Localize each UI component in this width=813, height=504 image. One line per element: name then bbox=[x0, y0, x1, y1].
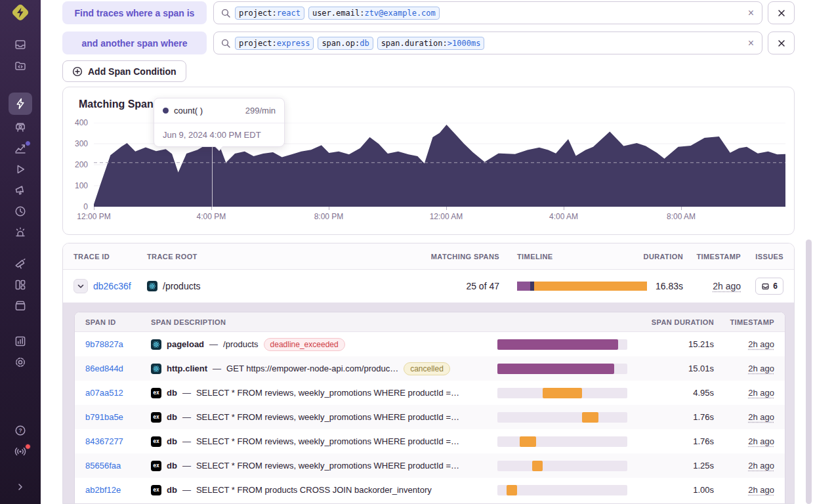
filter-token[interactable]: user.email:ztv@example.com bbox=[308, 7, 440, 20]
trace-results-table: TRACE ID TRACE ROOT MATCHING SPANS TIMEL… bbox=[62, 243, 795, 504]
clear-search-icon[interactable]: × bbox=[747, 38, 755, 49]
add-span-condition-label: Add Span Condition bbox=[88, 66, 177, 77]
x-tick-label: 8:00 PM bbox=[302, 212, 355, 221]
span-timestamp[interactable]: 2h ago bbox=[748, 485, 774, 495]
col-span-timestamp: TIMESTAMP bbox=[714, 318, 774, 326]
span-id-link[interactable]: ab2bf12e bbox=[85, 485, 121, 495]
y-tick-label: 300 bbox=[63, 139, 88, 148]
sidebar-item-feedback[interactable] bbox=[9, 180, 32, 200]
separator: — bbox=[182, 388, 191, 398]
sidebar-item-releases[interactable] bbox=[9, 117, 32, 137]
code-folder-icon bbox=[14, 59, 27, 72]
trace-id-link[interactable]: db26c36f bbox=[93, 281, 131, 291]
span-row[interactable]: b791ba5e ex db — SELECT * FROM reviews, … bbox=[75, 405, 785, 429]
trace-issues-button[interactable]: 6 bbox=[755, 278, 783, 295]
span-description: SELECT * FROM products CROSS JOIN backor… bbox=[196, 485, 432, 495]
span-row[interactable]: 9b78827a pageload — /products deadline_e… bbox=[75, 332, 785, 356]
col-span-duration: SPAN DURATION bbox=[629, 318, 714, 326]
trace-timestamp[interactable]: 2h ago bbox=[713, 281, 741, 291]
timeline-segment bbox=[517, 282, 530, 291]
add-span-condition-button[interactable]: Add Span Condition bbox=[62, 60, 186, 82]
filter-token[interactable]: span.duration:>1000ms bbox=[377, 37, 485, 50]
inbox-icon bbox=[761, 282, 770, 291]
span-description: GET https://empower-node-api.com/produc… bbox=[226, 364, 398, 373]
search-input-1[interactable]: project:reactuser.email:ztv@example.com … bbox=[213, 1, 762, 24]
sidebar-item-collections[interactable] bbox=[9, 296, 32, 316]
clear-search-icon[interactable]: × bbox=[747, 8, 755, 18]
span-id-link[interactable]: 85656faa bbox=[85, 461, 121, 471]
span-row[interactable]: 84367277 ex db — SELECT * FROM reviews, … bbox=[75, 429, 785, 453]
span-duration-bar bbox=[497, 485, 627, 495]
span-row[interactable]: ab2bf12e ex db — SELECT * FROM products … bbox=[75, 478, 785, 502]
remove-condition-button[interactable] bbox=[768, 32, 795, 54]
span-duration-value: 1.76s bbox=[629, 436, 714, 446]
span-id-link[interactable]: a07aa512 bbox=[85, 388, 123, 398]
clock-history-icon bbox=[14, 205, 27, 218]
lightning-icon bbox=[14, 97, 27, 110]
express-project-icon: ex bbox=[151, 388, 161, 398]
sentry-logo[interactable] bbox=[9, 1, 31, 24]
span-timestamp[interactable]: 2h ago bbox=[748, 388, 774, 398]
sidebar-item-discover[interactable] bbox=[9, 254, 32, 274]
x-tick-label: 12:00 AM bbox=[420, 212, 472, 221]
trace-timeline-bar[interactable] bbox=[517, 282, 647, 291]
x-tick-label: 4:00 AM bbox=[537, 212, 590, 221]
y-tick-label: 0 bbox=[63, 202, 88, 211]
sidebar-item-dashboards[interactable] bbox=[9, 275, 32, 295]
separator: — bbox=[182, 412, 191, 422]
x-tick-mark bbox=[564, 207, 564, 210]
sidebar-item-replays[interactable] bbox=[9, 159, 32, 179]
sidebar-item-stats[interactable] bbox=[9, 331, 32, 351]
sidebar-item-projects[interactable] bbox=[9, 56, 32, 75]
sidebar-item-traces[interactable] bbox=[9, 93, 32, 115]
search-icon bbox=[220, 38, 231, 49]
span-id-link[interactable]: b791ba5e bbox=[85, 412, 123, 422]
trace-row[interactable]: db26c36f /products 25 of 47 16.83s 2h ag… bbox=[63, 270, 794, 303]
span-timestamp[interactable]: 2h ago bbox=[748, 339, 774, 349]
sidebar: ? bbox=[0, 0, 41, 504]
bar-stats-icon bbox=[14, 335, 27, 348]
sidebar-item-issues[interactable] bbox=[9, 35, 32, 54]
x-tick-label: 12:00 PM bbox=[68, 212, 120, 221]
span-timestamp[interactable]: 2h ago bbox=[748, 461, 774, 471]
inbox-icon bbox=[14, 38, 27, 51]
collapse-trace-button[interactable] bbox=[73, 279, 88, 293]
chevron-right-icon bbox=[15, 482, 26, 492]
span-description: SELECT * FROM reviews, weekly_promotions… bbox=[196, 388, 459, 398]
span-timestamp[interactable]: 2h ago bbox=[748, 412, 774, 422]
search-icon bbox=[220, 8, 231, 18]
x-tick-mark bbox=[211, 207, 212, 210]
trace-root-label: /products bbox=[163, 281, 201, 291]
span-id-link[interactable]: 84367277 bbox=[85, 436, 123, 446]
filter-token[interactable]: project:express bbox=[235, 37, 314, 50]
sidebar-item-broadcast[interactable] bbox=[9, 442, 32, 461]
sidebar-item-alerts[interactable] bbox=[9, 222, 32, 242]
span-row[interactable]: a07aa512 ex db — SELECT * FROM reviews, … bbox=[75, 381, 785, 405]
span-row[interactable]: 85656faa ex db — SELECT * FROM reviews, … bbox=[75, 453, 785, 478]
span-timestamp[interactable]: 2h ago bbox=[748, 364, 774, 373]
y-tick-label: 400 bbox=[63, 118, 88, 127]
scrollbar-thumb[interactable] bbox=[806, 240, 812, 504]
express-project-icon: ex bbox=[151, 485, 161, 495]
sidebar-item-insights[interactable] bbox=[9, 138, 32, 158]
close-icon bbox=[777, 9, 786, 18]
filter-token[interactable]: project:react bbox=[235, 7, 304, 20]
search-input-2[interactable]: project:expressspan.op:dbspan.duration:>… bbox=[213, 32, 762, 54]
separator: — bbox=[213, 364, 221, 373]
sidebar-item-help[interactable]: ? bbox=[9, 421, 32, 440]
span-timestamp[interactable]: 2h ago bbox=[748, 436, 774, 446]
x-tick-mark bbox=[329, 207, 329, 210]
condition-label-2: and another span where bbox=[62, 32, 207, 54]
sidebar-item-settings[interactable] bbox=[9, 352, 32, 372]
span-description: SELECT * FROM reviews, weekly_promotions… bbox=[196, 412, 459, 422]
span-row[interactable]: 86ed844d http.client — GET https://empow… bbox=[75, 356, 785, 381]
filter-token[interactable]: span.op:db bbox=[318, 37, 373, 50]
sidebar-collapse-button[interactable] bbox=[9, 477, 32, 497]
span-rows: 9b78827a pageload — /products deadline_e… bbox=[75, 332, 785, 502]
sidebar-item-history[interactable] bbox=[9, 201, 32, 221]
span-table-card: SPAN ID SPAN DESCRIPTION SPAN DURATION T… bbox=[74, 312, 785, 504]
span-id-link[interactable]: 9b78827a bbox=[85, 339, 123, 349]
col-span-description: SPAN DESCRIPTION bbox=[151, 318, 497, 326]
remove-condition-button[interactable] bbox=[768, 1, 795, 24]
span-id-link[interactable]: 86ed844d bbox=[85, 364, 123, 373]
